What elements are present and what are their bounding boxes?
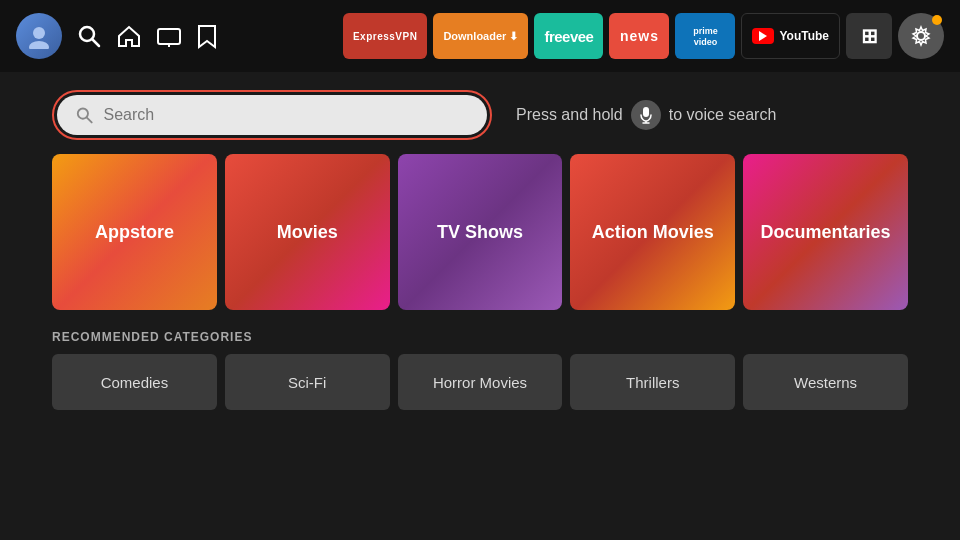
youtube-play-icon — [752, 28, 774, 44]
category-tile-tvshows[interactable]: TV Shows — [398, 154, 563, 310]
prime-label-bottom: video — [694, 37, 718, 47]
avatar[interactable] — [16, 13, 62, 59]
expressvpn-label: ExpressVPN — [353, 31, 417, 42]
expressvpn-app-tile[interactable]: ExpressVPN — [343, 13, 427, 59]
search-bar-wrapper — [52, 90, 492, 140]
rec-tile-thrillers[interactable]: Thrillers — [570, 354, 735, 410]
recommended-label: RECOMMENDED CATEGORIES — [52, 330, 908, 344]
home-nav-icon[interactable] — [116, 23, 142, 49]
rec-label-horror: Horror Movies — [433, 374, 527, 391]
recommended-grid: Comedies Sci-Fi Horror Movies Thrillers … — [52, 354, 908, 410]
category-tile-movies[interactable]: Movies — [225, 154, 390, 310]
category-tile-action[interactable]: Action Movies — [570, 154, 735, 310]
svg-point-0 — [33, 27, 45, 39]
voice-hint: Press and hold to voice search — [516, 100, 776, 130]
search-input[interactable] — [104, 106, 469, 124]
rec-label-comedies: Comedies — [101, 374, 169, 391]
qr-icon: ⊞ — [861, 24, 878, 48]
tv-nav-icon[interactable] — [156, 23, 182, 49]
svg-line-9 — [87, 117, 92, 122]
rec-tile-horror[interactable]: Horror Movies — [398, 354, 563, 410]
category-grid: Appstore Movies TV Shows Action Movies D… — [0, 154, 960, 310]
category-label-documentaries: Documentaries — [761, 222, 891, 243]
svg-rect-4 — [158, 29, 180, 44]
rec-tile-scifi[interactable]: Sci-Fi — [225, 354, 390, 410]
prime-video-app-tile[interactable]: prime video — [675, 13, 735, 59]
youtube-label: YouTube — [779, 29, 829, 43]
search-icon — [75, 105, 94, 125]
svg-rect-10 — [643, 107, 649, 117]
gear-icon — [910, 25, 932, 47]
freevee-label: freevee — [544, 28, 593, 45]
rec-tile-westerns[interactable]: Westerns — [743, 354, 908, 410]
category-label-appstore: Appstore — [95, 222, 174, 243]
freevee-app-tile[interactable]: freevee — [534, 13, 603, 59]
settings-app-tile[interactable] — [898, 13, 944, 59]
category-tile-appstore[interactable]: Appstore — [52, 154, 217, 310]
recommended-section: RECOMMENDED CATEGORIES Comedies Sci-Fi H… — [0, 330, 960, 410]
voice-hint-pre: Press and hold — [516, 106, 623, 124]
search-bar[interactable] — [57, 95, 487, 135]
qr-app-tile[interactable]: ⊞ — [846, 13, 892, 59]
category-tile-documentaries[interactable]: Documentaries — [743, 154, 908, 310]
category-label-tvshows: TV Shows — [437, 222, 523, 243]
app-icons-bar: ExpressVPN Downloader ⬇ freevee news pri… — [343, 13, 944, 59]
svg-point-1 — [29, 41, 49, 49]
rec-tile-comedies[interactable]: Comedies — [52, 354, 217, 410]
category-label-movies: Movies — [277, 222, 338, 243]
voice-hint-post: to voice search — [669, 106, 777, 124]
search-nav-icon[interactable] — [76, 23, 102, 49]
news-label: news — [620, 28, 659, 44]
youtube-app-tile[interactable]: YouTube — [741, 13, 840, 59]
microphone-icon — [631, 100, 661, 130]
downloader-label: Downloader ⬇ — [443, 30, 518, 43]
rec-label-thrillers: Thrillers — [626, 374, 679, 391]
svg-point-7 — [917, 32, 925, 40]
settings-notification-dot — [932, 15, 942, 25]
prime-label-top: prime — [693, 26, 718, 36]
category-label-action: Action Movies — [592, 222, 714, 243]
bookmark-nav-icon[interactable] — [196, 23, 218, 49]
news-app-tile[interactable]: news — [609, 13, 669, 59]
downloader-app-tile[interactable]: Downloader ⬇ — [433, 13, 528, 59]
rec-label-scifi: Sci-Fi — [288, 374, 326, 391]
rec-label-westerns: Westerns — [794, 374, 857, 391]
svg-line-3 — [92, 39, 99, 46]
nav-icons — [16, 13, 218, 59]
search-section: Press and hold to voice search — [0, 72, 960, 154]
top-bar: ExpressVPN Downloader ⬇ freevee news pri… — [0, 0, 960, 72]
